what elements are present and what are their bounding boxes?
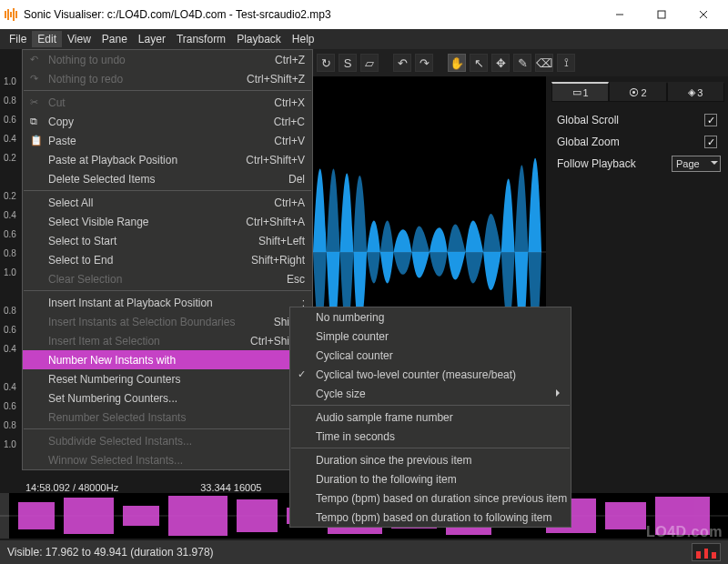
align-tool[interactable]: ▱	[360, 54, 379, 72]
tab-icon: ⦿	[629, 87, 639, 98]
window-titlebar: Sonic Visualiser: c:/LO4D.com/LO4D.com -…	[0, 0, 728, 29]
menu-item-duration-to-the-following-item[interactable]: Duration to the following item	[290, 469, 571, 488]
menu-item-paste-at-playback-position[interactable]: Paste at Playback PositionCtrl+Shift+V	[23, 150, 312, 169]
menu-item-select-all[interactable]: Select AllCtrl+A	[23, 193, 312, 212]
level-meter	[692, 543, 721, 561]
menu-pane[interactable]: Pane	[96, 31, 133, 47]
layer-tab-2[interactable]: ⦿ 2	[609, 82, 666, 102]
menu-view[interactable]: View	[62, 31, 96, 47]
close-button[interactable]	[682, 0, 724, 29]
menu-edit[interactable]: Edit	[32, 31, 62, 47]
menu-item-label: Insert Instant at Playback Position	[48, 297, 213, 309]
playback-frames: 33.344 16005	[200, 482, 261, 493]
tab-icon: ◈	[688, 86, 695, 98]
menu-item-label: Tempo (bpm) based on duration to followi…	[316, 511, 551, 524]
menu-item-label: Clear Selection	[48, 273, 122, 286]
checkbox[interactable]: ✓	[704, 136, 717, 148]
menu-item-renumber-selected-instants: Renumber Selected Instants	[23, 408, 312, 427]
menu-item-label: Simple counter	[316, 330, 389, 343]
select[interactable]: Page	[672, 156, 721, 172]
menu-item-set-numbering-counters[interactable]: Set Numbering Counters...	[23, 388, 312, 408]
menu-item-label: Cut	[48, 96, 66, 109]
menu-item-simple-counter[interactable]: Simple counter	[290, 327, 571, 346]
menu-item-paste[interactable]: 📋PasteCtrl+V	[23, 131, 312, 150]
menu-item-label: Duration to the following item	[316, 473, 457, 486]
menu-item-select-visible-range[interactable]: Select Visible RangeCtrl+Shift+A	[23, 212, 312, 231]
file-path: c:/LO4D.com/LO4D.com - Test-srcaudio2.mp…	[107, 8, 331, 21]
menu-item-insert-instant-at-playback-position[interactable]: Insert Instant at Playback Position;	[23, 293, 312, 312]
svg-rect-3	[13, 8, 15, 21]
menu-file[interactable]: File	[4, 31, 32, 47]
numbering-submenu: No numberingSimple counterCyclical count…	[289, 307, 571, 528]
playback-time: 14:58.092 / 48000Hz	[25, 482, 118, 493]
menu-item-select-to-start[interactable]: Select to StartShift+Left	[23, 231, 312, 250]
menu-divider	[24, 428, 311, 429]
menu-item-copy[interactable]: ⧉CopyCtrl+C	[23, 112, 312, 131]
menu-item-cyclical-two-level-counter-measure-beat[interactable]: ✓Cyclical two-level counter (measure/bea…	[290, 365, 571, 384]
menu-help[interactable]: Help	[287, 31, 320, 47]
pencil-tool[interactable]: ✎	[513, 54, 531, 72]
menu-item-label: Delete Selected Items	[48, 173, 155, 186]
menu-item-label: Set Numbering Counters...	[48, 392, 177, 405]
menu-item-label: Winnow Selected Instants...	[48, 454, 183, 467]
pointer-tool[interactable]: ↖	[470, 54, 488, 72]
check-icon: ✓	[298, 368, 306, 380]
minimize-button[interactable]	[599, 0, 641, 29]
menu-item-label: Reset Numbering Counters	[48, 373, 180, 386]
hand-tool[interactable]: ✋	[448, 54, 466, 72]
menu-item-number-new-instants-with[interactable]: Number New Instants with	[23, 350, 312, 369]
svg-rect-1	[7, 9, 9, 20]
menu-item-label: Cyclical two-level counter (measure/beat…	[316, 368, 516, 381]
menu-item-cyclical-counter[interactable]: Cyclical counter	[290, 346, 571, 365]
checkbox[interactable]: ✓	[704, 114, 717, 126]
menu-item-tempo-bpm-based-on-duration-to-following-item[interactable]: Tempo (bpm) based on duration to followi…	[290, 508, 571, 527]
tab-icon: ▭	[572, 86, 581, 98]
maximize-button[interactable]	[641, 0, 682, 29]
svg-rect-12	[64, 498, 114, 534]
property-label: Global Scroll	[557, 114, 704, 126]
menu-item-nothing-to-undo: ↶Nothing to undoCtrl+Z	[23, 50, 312, 69]
svg-rect-23	[655, 497, 710, 535]
menu-transform[interactable]: Transform	[171, 31, 231, 47]
menu-item-label: Time in seconds	[316, 430, 395, 443]
menu-shortcut: Ctrl+A	[256, 196, 305, 209]
menu-shortcut: Shift+Right	[233, 254, 305, 267]
menu-divider	[291, 405, 570, 406]
menu-item-audio-sample-frame-number[interactable]: Audio sample frame number	[290, 408, 571, 427]
property-global-zoom: Global Zoom✓	[551, 131, 724, 153]
undo-tool[interactable]: ↶	[393, 54, 411, 72]
svg-rect-14	[168, 496, 228, 536]
layer-tab-3[interactable]: ◈ 3	[667, 82, 724, 102]
measure-tool[interactable]: ⟟	[557, 54, 575, 72]
menu-item-tempo-bpm-based-on-duration-since-previous-item[interactable]: Tempo (bpm) based on duration since prev…	[290, 488, 571, 508]
status-text: Visible: 17.962 to 49.941 (duration 31.9…	[7, 546, 214, 559]
svg-rect-4	[15, 11, 17, 18]
redo-tool[interactable]: ↷	[415, 54, 433, 72]
menu-item-duration-since-the-previous-item[interactable]: Duration since the previous item	[290, 450, 571, 469]
window-title: Sonic Visualiser: c:/LO4D.com/LO4D.com -…	[24, 8, 599, 21]
property-global-scroll: Global Scroll✓	[551, 109, 724, 131]
menu-layer[interactable]: Layer	[133, 31, 171, 47]
svg-rect-13	[123, 506, 159, 526]
svg-rect-24	[0, 493, 9, 539]
solo-tool[interactable]: S	[339, 54, 357, 72]
menu-item-label: Select All	[48, 196, 93, 209]
menu-item-reset-numbering-counters[interactable]: Reset Numbering Counters	[23, 369, 312, 388]
menu-item-no-numbering[interactable]: No numbering	[290, 307, 571, 327]
menu-item-select-to-end[interactable]: Select to EndShift+Right	[23, 250, 312, 269]
menu-shortcut: Esc	[268, 273, 305, 286]
app-icon	[4, 7, 18, 22]
menu-item-label: Paste	[48, 135, 76, 147]
menu-item-cycle-size[interactable]: Cycle size	[290, 384, 571, 403]
menu-playback[interactable]: Playback	[231, 31, 287, 47]
svg-rect-22	[605, 502, 646, 529]
svg-rect-6	[658, 11, 665, 18]
menu-item-nothing-to-redo: ↷Nothing to redoCtrl+Shift+Z	[23, 69, 312, 88]
loop-tool[interactable]: ↻	[317, 54, 335, 72]
menu-item-delete-selected-items[interactable]: Delete Selected ItemsDel	[23, 169, 312, 188]
eraser-tool[interactable]: ⌫	[535, 54, 553, 72]
menu-item-time-in-seconds[interactable]: Time in seconds	[290, 427, 571, 446]
move-tool[interactable]: ✥	[491, 54, 510, 72]
layer-tab-1[interactable]: ▭ 1	[551, 82, 609, 102]
menu-divider	[24, 190, 311, 191]
